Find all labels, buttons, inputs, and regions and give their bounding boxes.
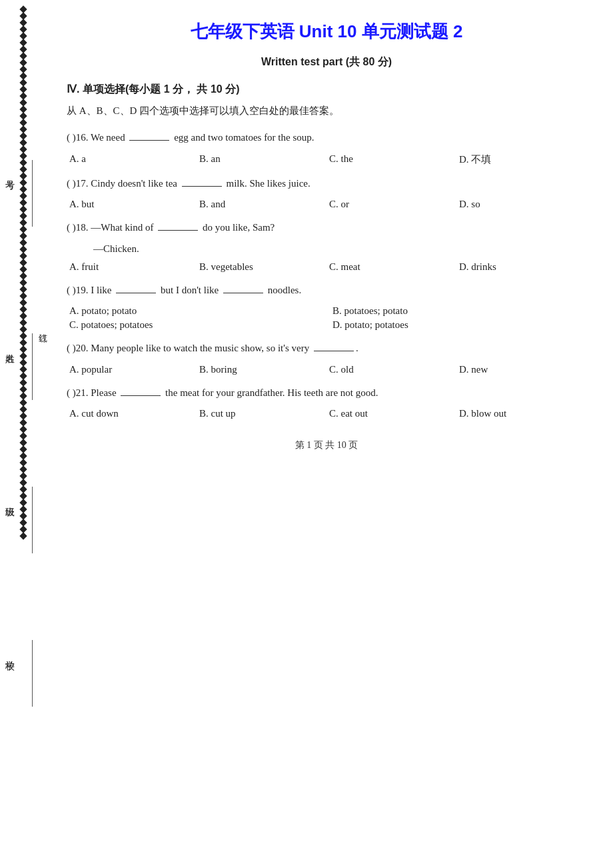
question-19: ( )19. I like but I don't like noodles. … [67,282,586,331]
instruction-text: 从 A、B、C、D 四个选项中选择可以填入空白处的最佳答案。 [67,105,586,117]
question-19-text: ( )19. I like but I don't like noodles. [67,282,586,299]
q20-options: A. popular B. boring C. old D. new [67,364,586,375]
q17-option-b: B. and [197,199,326,210]
q18-sub-answer: —Chicken. [93,243,586,255]
question-20-text: ( )20. Many people like to watch the mus… [67,340,586,357]
question-17-text: ( )17. Cindy doesn't like tea milk. She … [67,175,586,193]
q21-option-a: A. cut down [67,408,197,419]
q18-blank [158,230,198,231]
line2 [32,333,33,400]
line1 [32,160,33,227]
q17-options: A. but B. and C. or D. so [67,199,586,210]
question-17: ( )17. Cindy doesn't like tea milk. She … [67,175,586,211]
q20-blank [314,351,354,351]
q18-option-a: A. fruit [67,261,197,273]
vertical-labels-container: 考号 姓名 班级 学校 订线 [0,0,47,868]
q19-option-d: D. potato; potatoes [330,319,586,331]
q21-option-c: C. eat out [326,408,456,419]
question-18: ( )18. —What kind of do you like, Sam? —… [67,219,586,273]
question-21-text: ( )21. Please the meat for your grandfat… [67,385,586,402]
q18-option-c: C. meat [326,261,456,273]
q16-number: ( )16. We need egg and two tomatoes for … [67,132,314,143]
q21-options: A. cut down B. cut up C. eat out D. blow… [67,408,586,419]
q19-option-b: B. potatoes; potato [330,305,586,317]
q18-options: A. fruit B. vegetables C. meat D. drinks [67,261,586,273]
question-16-text: ( )16. We need egg and two tomatoes for … [67,129,586,147]
q21-option-b: B. cut up [197,408,326,419]
q19-blank2 [223,293,263,293]
q16-option-c: C. the [326,153,456,166]
q18-option-d: D. drinks [456,261,586,273]
question-20: ( )20. Many people like to watch the mus… [67,340,586,375]
q20-option-d: D. new [456,364,586,375]
q21-blank [121,395,161,396]
line4 [32,640,33,707]
q20-option-a: A. popular [67,364,197,375]
q20-option-b: B. boring [197,364,326,375]
q21-option-d: D. blow out [456,408,586,419]
main-content: 七年级下英语 Unit 10 单元测试题 2 Written test part… [53,0,613,465]
page-title: 七年级下英语 Unit 10 单元测试题 2 [67,20,586,43]
q17-option-d: D. so [456,199,586,210]
question-21: ( )21. Please the meat for your grandfat… [67,385,586,420]
line3 [32,487,33,553]
q18-option-b: B. vegetables [197,261,326,273]
q19-options: A. potato; potato B. potatoes; potato C.… [67,305,586,331]
q16-options: A. a B. an C. the D. 不填 [67,153,586,166]
question-16: ( )16. We need egg and two tomatoes for … [67,129,586,166]
q16-option-d: D. 不填 [456,153,586,166]
subtitle: Written test part (共 80 分) [67,55,586,69]
q16-blank [129,140,169,141]
q17-option-a: A. but [67,199,197,210]
q16-option-a: A. a [67,153,197,166]
page-footer: 第 1 页 共 10 页 [67,439,586,451]
q17-blank [182,186,222,187]
q20-option-c: C. old [326,364,456,375]
section-iv-title: Ⅳ. 单项选择(每小题 1 分， 共 10 分) [67,83,586,97]
q19-option-a: A. potato; potato [67,305,323,317]
q19-blank1 [116,293,156,293]
q16-option-b: B. an [197,153,326,166]
q19-option-c: C. potatoes; potatoes [67,319,323,331]
question-18-text: ( )18. —What kind of do you like, Sam? [67,219,586,237]
q17-option-c: C. or [326,199,456,210]
